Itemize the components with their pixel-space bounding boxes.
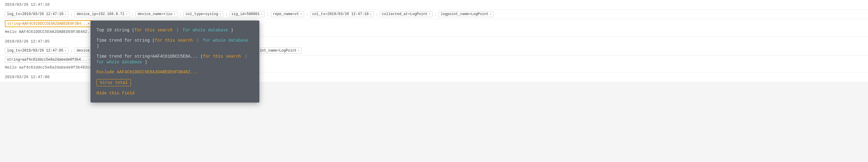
filter-tag-col-type-1[interactable]: col_type=syslog ▾ <box>183 11 223 17</box>
filter-sep: | <box>266 12 270 17</box>
timetrend-val-prefix: Time trend for string=AAF4C61DDCC5E8A...… <box>96 54 203 59</box>
chevron-icon: ▾ <box>429 12 430 16</box>
filter-sep: | <box>179 12 183 17</box>
virus-total-label: Virus total <box>100 80 128 85</box>
pipe-sep: | <box>174 28 181 33</box>
filter-tag-label: collected_at=LogPoint <box>382 12 427 16</box>
chevron-icon: ▾ <box>370 12 372 16</box>
filter-sep: | <box>375 12 378 17</box>
top10-link-database[interactable]: for whole database <box>183 28 228 33</box>
filter-tag-log-ts-2[interactable]: log_ts=2019/03/26 12:47:05 ▾ <box>5 48 68 54</box>
hide-field-label: Hide this field <box>96 91 134 96</box>
chevron-icon: ▾ <box>65 12 66 16</box>
filter-tag-label: log_ts=2019/03/26 12:47:05 <box>7 48 63 53</box>
main-container: 2019/03/26 12:47:10 log_ts=2019/03/26 12… <box>0 0 868 82</box>
filter-tag-label: logpoint_name=LogPoint <box>441 12 488 16</box>
filter-sep: | <box>224 12 228 17</box>
context-menu-virus-total[interactable]: Virus total <box>96 79 131 86</box>
filter-tag-label: col_type=syslog <box>185 12 218 16</box>
chevron-icon: ▾ <box>261 12 263 16</box>
filter-tag-device-name-1[interactable]: device_name=rizu ▾ <box>135 11 177 17</box>
context-menu-timetrend-val[interactable]: Time trend for string=AAF4C61DDCC5E8A...… <box>96 52 253 68</box>
string-tag-label: string=AAF4C61DDCC5E8A2DABEDE0F3B4... <box>7 22 88 26</box>
hello-text-2: Hello aaf4c61ddcc5e8a2dabede0f3b482cd9a.… <box>5 65 104 70</box>
context-menu-hide-field[interactable]: Hide this field <box>96 89 253 98</box>
context-menu-top10[interactable]: Top 10 string (for this search | for who… <box>96 25 253 36</box>
chevron-icon: ▾ <box>174 12 176 16</box>
filter-sep: | <box>434 12 437 17</box>
filter-sep: | <box>305 12 309 17</box>
filter-row-1: log_ts=2019/03/26 12:47:10 ▾ | device_ip… <box>0 10 868 19</box>
context-menu: Top 10 string (for this search | for who… <box>91 21 259 103</box>
timestamp-3: 2019/03/26 12:47:00 <box>5 75 50 79</box>
hello-text-1: Hello AAF4C61DDCC5E8A2DABEDE0F3B482... <box>5 30 94 34</box>
timetrend-prefix: Time trend for string ( <box>96 38 155 43</box>
filter-tag-label: repo_name=vt <box>273 12 299 16</box>
exclude-label: Exclude AAF4C61DDCC5E8A2DABEDE0F3B482... <box>96 70 198 74</box>
chevron-icon: ▾ <box>65 49 66 53</box>
timestamp-2: 2019/03/26 12:47:05 <box>5 39 50 44</box>
chevron-icon: ▾ <box>490 12 492 16</box>
chevron-icon: ▾ <box>298 49 300 53</box>
timestamp-1: 2019/03/26 12:47:10 <box>5 2 50 7</box>
filter-tag-device-ip-1[interactable]: device_ip=192.168.8.71 ▾ <box>74 11 129 17</box>
timestamp-row-1: 2019/03/26 12:47:10 <box>0 0 868 10</box>
timetrend-val-suffix: ) <box>142 60 147 65</box>
filter-tag-label: sig_id=500001 <box>231 12 260 16</box>
filter-tag-collected-at-1[interactable]: collected_at=LogPoint ▾ <box>380 11 433 17</box>
filter-tag-label: col_ts=2019/03/26 12:47:10 <box>312 12 369 16</box>
chevron-icon: ▾ <box>126 12 128 16</box>
chevron-icon: ▾ <box>300 12 302 16</box>
filter-tag-logpoint-name-1[interactable]: logpoint_name=LogPoint ▾ <box>438 11 493 17</box>
string-tag-label-2: string=aaf4c61ddcc5e8a2dabede0f3b4... <box>7 58 87 62</box>
timetrend-val-link-search[interactable]: for this search <box>203 54 241 59</box>
filter-tag-label: log_ts=2019/03/26 12:47:10 <box>7 12 63 16</box>
filter-tag-sig-id-1[interactable]: sig_id=500001 ▾ <box>229 11 265 17</box>
pipe-sep: | <box>194 38 202 43</box>
filter-sep: | <box>70 12 73 17</box>
filter-sep: | <box>70 48 73 53</box>
string-tag-2[interactable]: string=aaf4c61ddcc5e8a2dabede0f3b4... ▾ <box>5 57 92 63</box>
timetrend-link-database[interactable]: for whole database <box>203 38 248 43</box>
chevron-icon: ▾ <box>219 12 221 16</box>
filter-tag-col-ts-1[interactable]: col_ts=2019/03/26 12:47:10 ▾ <box>310 11 374 17</box>
timetrend-suffix: ) <box>96 44 99 48</box>
chevron-icon: ▾ <box>88 58 90 62</box>
filter-sep: | <box>131 12 134 17</box>
context-menu-exclude[interactable]: Exclude AAF4C61DDCC5E8A2DABEDE0F3B482... <box>96 68 253 77</box>
chevron-icon: ▾ <box>88 22 90 26</box>
top10-prefix: Top 10 string ( <box>96 28 134 33</box>
filter-tag-label: device_name=rizu <box>137 12 172 16</box>
string-tag-1[interactable]: string=AAF4C61DDCC5E8A2DABEDE0F3B4... ▾ <box>5 20 92 27</box>
pipe-sep: | <box>242 54 247 59</box>
context-menu-virus-row: Virus total <box>96 77 253 89</box>
context-menu-timetrend[interactable]: Time trend for string (for this search |… <box>96 36 253 52</box>
filter-tag-repo-name-1[interactable]: repo_name=vt ▾ <box>271 11 304 17</box>
timetrend-val-link-database[interactable]: for whole database <box>96 60 142 65</box>
top10-suffix: ) <box>228 28 234 33</box>
filter-tag-label: device_ip=192.168.8.71 <box>76 12 124 16</box>
timetrend-link-search[interactable]: for this search <box>155 38 193 43</box>
top10-link-search[interactable]: for this search <box>134 28 173 33</box>
filter-tag-log-ts-1[interactable]: log_ts=2019/03/26 12:47:10 ▾ <box>5 11 68 17</box>
